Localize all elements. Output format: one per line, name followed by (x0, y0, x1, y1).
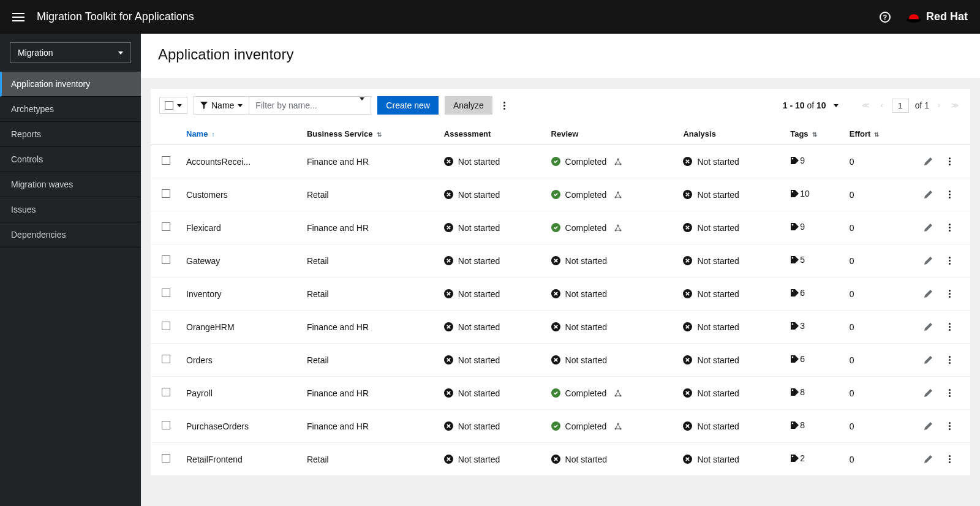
status-icon (683, 223, 692, 232)
last-page-button[interactable]: ≫ (949, 100, 962, 111)
sidebar-item[interactable]: Reports (0, 122, 141, 147)
table-row[interactable]: GatewayRetailNot startedNot startedNot s… (151, 244, 970, 278)
business-service: Retail (302, 344, 439, 377)
bulk-select[interactable] (159, 97, 187, 114)
status: Completed (551, 388, 623, 398)
row-kebab-icon[interactable] (944, 188, 956, 201)
col-effort[interactable]: Effort⇅ (845, 123, 909, 145)
status: Not started (683, 322, 739, 332)
first-page-button[interactable]: ≪ (859, 100, 872, 111)
status-icon (551, 355, 560, 364)
status-icon (683, 190, 692, 199)
applications-table: Name↑ Business Service⇅ Assessment Revie… (151, 123, 970, 476)
col-name[interactable]: Name↑ (181, 123, 302, 145)
status-icon (683, 289, 692, 298)
edit-icon[interactable] (924, 256, 933, 265)
row-kebab-icon[interactable] (944, 221, 956, 234)
row-checkbox[interactable] (162, 255, 170, 264)
status: Not started (683, 223, 739, 233)
table-row[interactable]: PayrollFinance and HRNot startedComplete… (151, 377, 970, 410)
per-page-toggle[interactable] (834, 104, 839, 107)
perspective-select[interactable]: Migration (10, 42, 131, 63)
row-checkbox[interactable] (162, 322, 170, 330)
inherit-icon (614, 157, 622, 166)
row-checkbox[interactable] (162, 388, 170, 396)
row-kebab-icon[interactable] (944, 287, 956, 300)
table-row[interactable]: AccountsRecei...Finance and HRNot starte… (151, 145, 970, 178)
table-row[interactable]: OrangeHRMFinance and HRNot startedNot st… (151, 311, 970, 344)
help-icon[interactable]: ? (880, 12, 891, 23)
menu-toggle-icon[interactable] (12, 13, 24, 21)
status-label: Not started (458, 322, 500, 332)
tag-icon (790, 454, 799, 463)
create-new-button[interactable]: Create new (377, 96, 439, 115)
row-kebab-icon[interactable] (944, 353, 956, 366)
tag-icon (790, 156, 799, 165)
row-kebab-icon[interactable] (944, 453, 956, 466)
row-checkbox[interactable] (162, 222, 170, 231)
edit-icon[interactable] (924, 322, 933, 331)
edit-icon[interactable] (924, 355, 933, 364)
table-row[interactable]: CustomersRetailNot startedCompletedNot s… (151, 178, 970, 211)
chevron-down-icon (118, 51, 123, 55)
row-kebab-icon[interactable] (944, 254, 956, 267)
row-checkbox[interactable] (162, 189, 170, 198)
page-input[interactable] (892, 99, 909, 113)
status-icon (444, 421, 453, 431)
table-row[interactable]: OrdersRetailNot startedNot startedNot st… (151, 344, 970, 377)
col-business[interactable]: Business Service⇅ (302, 123, 439, 145)
app-name: Flexicard (186, 223, 260, 233)
business-service: Retail (302, 278, 439, 311)
edit-icon[interactable] (924, 223, 933, 232)
prev-page-button[interactable]: ‹ (878, 100, 886, 111)
col-tags[interactable]: Tags⇅ (785, 123, 845, 145)
table-row[interactable]: InventoryRetailNot startedNot startedNot… (151, 278, 970, 311)
status-icon (683, 355, 692, 364)
edit-icon[interactable] (924, 421, 933, 431)
sidebar-item[interactable]: Issues (0, 197, 141, 222)
row-kebab-icon[interactable] (944, 420, 956, 432)
edit-icon[interactable] (924, 190, 933, 199)
status-label: Not started (458, 157, 500, 167)
filter-input[interactable] (249, 97, 353, 114)
row-kebab-icon[interactable] (944, 387, 956, 399)
table-row[interactable]: PurchaseOrdersFinance and HRNot startedC… (151, 410, 970, 443)
bulk-checkbox[interactable] (165, 101, 173, 110)
status-label: Not started (458, 223, 500, 233)
sidebar-item[interactable]: Controls (0, 147, 141, 172)
brand-logo: Red Hat (905, 10, 968, 23)
row-checkbox[interactable] (162, 289, 170, 297)
sidebar-item[interactable]: Dependencies (0, 222, 141, 247)
row-kebab-icon[interactable] (944, 155, 956, 168)
sidebar-item[interactable]: Application inventory (0, 72, 141, 97)
row-kebab-icon[interactable] (944, 320, 956, 333)
status-label: Completed (565, 190, 607, 200)
row-checkbox[interactable] (162, 454, 170, 463)
business-service: Finance and HR (302, 145, 439, 178)
tags-count: 6 (790, 354, 805, 364)
row-checkbox[interactable] (162, 355, 170, 363)
sidebar-item[interactable]: Migration waves (0, 172, 141, 197)
toolbar-kebab-icon[interactable] (499, 99, 510, 112)
status: Not started (683, 190, 739, 200)
tag-icon (790, 255, 799, 265)
edit-icon[interactable] (924, 455, 933, 464)
edit-icon[interactable] (924, 289, 933, 298)
status: Completed (551, 223, 623, 233)
row-checkbox[interactable] (162, 421, 170, 429)
analyze-button[interactable]: Analyze (445, 96, 492, 115)
sidebar-item[interactable]: Archetypes (0, 97, 141, 122)
business-service: Retail (302, 244, 439, 278)
filter-dropdown-toggle[interactable] (353, 100, 371, 110)
chevron-down-icon (177, 104, 182, 107)
table-row[interactable]: RetailFrontendRetailNot startedNot start… (151, 443, 970, 476)
filter-attribute-select[interactable]: Name (194, 97, 249, 114)
chevron-down-icon (238, 104, 243, 107)
business-service: Retail (302, 443, 439, 476)
edit-icon[interactable] (924, 157, 933, 166)
row-checkbox[interactable] (162, 156, 170, 165)
edit-icon[interactable] (924, 388, 933, 398)
app-header: Migration Toolkit for Applications ? Red… (0, 0, 980, 34)
table-row[interactable]: FlexicardFinance and HRNot startedComple… (151, 211, 970, 244)
next-page-button[interactable]: › (935, 100, 943, 111)
